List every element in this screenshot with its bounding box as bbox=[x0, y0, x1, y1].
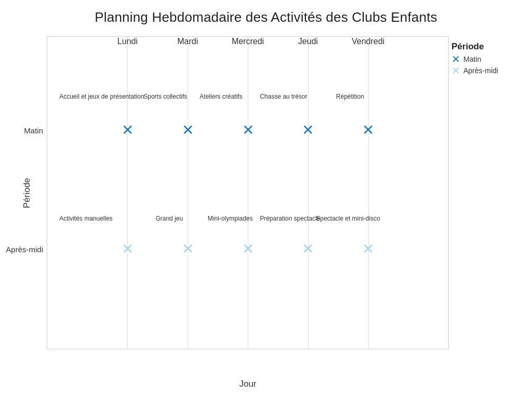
annotation-jeudi-matin: Chasse au trésor bbox=[260, 93, 307, 100]
legend: Période ✕ Matin ✕ Après-midi bbox=[451, 42, 527, 77]
annotation-mercredi-matin: Ateliers créatifs bbox=[200, 93, 242, 100]
chart-area: Matin Après-midi ✕ ✕ ✕ ✕ ✕ ✕ ✕ ✕ ✕ ✕ Acc… bbox=[47, 36, 449, 349]
x-label-mardi: Mardi bbox=[177, 37, 198, 46]
y-label-apresmidi: Après-midi bbox=[6, 244, 43, 253]
annotation-jeudi-apresmidi: Préparation spectacle bbox=[260, 215, 320, 222]
legend-marker-matin: ✕ bbox=[451, 54, 460, 64]
marker-lundi-matin: ✕ bbox=[122, 123, 134, 138]
legend-marker-apresmidi: ✕ bbox=[451, 65, 460, 76]
annotation-mardi-apresmidi: Grand jeu bbox=[155, 215, 183, 222]
chart-title: Planning Hebdomadaire des Activités des … bbox=[0, 0, 532, 25]
annotation-mercredi-apresmidi: Mini-olympiades bbox=[208, 215, 253, 222]
legend-title: Période bbox=[451, 42, 527, 52]
marker-vendredi-matin: ✕ bbox=[362, 123, 374, 138]
marker-lundi-apresmidi: ✕ bbox=[122, 242, 134, 256]
annotation-lundi-matin: Accueil et jeux de présentation bbox=[59, 93, 144, 100]
marker-vendredi-apresmidi: ✕ bbox=[362, 242, 374, 256]
vgrid-jeudi bbox=[308, 37, 309, 349]
vgrid-lundi bbox=[127, 37, 128, 349]
vgrid-vendredi bbox=[368, 37, 369, 349]
x-label-mercredi: Mercredi bbox=[232, 37, 264, 46]
x-axis-title: Jour bbox=[239, 379, 256, 389]
x-label-vendredi: Vendredi bbox=[352, 37, 384, 46]
y-axis-title: Période bbox=[22, 177, 32, 208]
annotation-lundi-apresmidi: Activités manuelles bbox=[59, 215, 113, 222]
vgrid-mercredi bbox=[248, 37, 248, 349]
x-label-lundi: Lundi bbox=[117, 37, 138, 46]
y-label-matin: Matin bbox=[24, 126, 43, 135]
legend-item-apresmidi: ✕ Après-midi bbox=[451, 65, 527, 76]
legend-item-matin: ✕ Matin bbox=[451, 54, 527, 64]
vgrid-mardi bbox=[188, 37, 188, 349]
annotation-mardi-matin: Sports collectifs bbox=[143, 93, 187, 100]
marker-mardi-matin: ✕ bbox=[182, 123, 194, 138]
annotation-vendredi-apresmidi: Spectacle et mini-disco bbox=[316, 215, 380, 222]
legend-label-apresmidi: Après-midi bbox=[463, 66, 498, 75]
marker-jeudi-matin: ✕ bbox=[302, 123, 314, 138]
x-label-jeudi: Jeudi bbox=[298, 37, 318, 46]
marker-mercredi-apresmidi: ✕ bbox=[242, 242, 254, 256]
annotation-vendredi-matin: Répétition bbox=[336, 93, 364, 100]
marker-jeudi-apresmidi: ✕ bbox=[302, 242, 314, 256]
marker-mercredi-matin: ✕ bbox=[242, 123, 254, 138]
chart-container: Planning Hebdomadaire des Activités des … bbox=[0, 0, 532, 396]
marker-mardi-apresmidi: ✕ bbox=[182, 242, 194, 256]
legend-label-matin: Matin bbox=[463, 55, 481, 63]
